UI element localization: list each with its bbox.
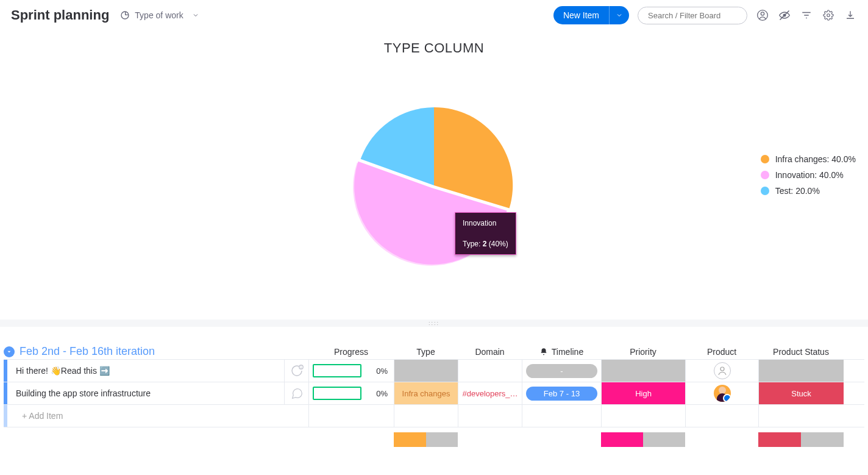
bell-icon	[539, 348, 548, 356]
legend-label: Infra changes: 40.0%	[775, 154, 856, 164]
col-header-domain[interactable]: Domain	[458, 345, 522, 359]
item-name: Building the app store infrastructure	[16, 388, 151, 398]
progress-label: 0%	[376, 366, 388, 376]
group-footer	[4, 432, 864, 447]
board-area: Feb 2nd - Feb 16th iteration Progress Ty…	[0, 327, 868, 447]
view-type-selector[interactable]: Type of work	[120, 10, 199, 20]
chevron-down-icon	[616, 12, 623, 19]
new-item-group: New Item	[553, 6, 629, 24]
legend-dot-icon	[761, 187, 769, 195]
grip-icon: ::::	[429, 320, 439, 326]
item-name-cell[interactable]: Building the app store infrastructure	[4, 382, 308, 404]
group-color-bar	[4, 405, 7, 427]
tooltip-value: Type: 2 (40%)	[463, 240, 508, 248]
add-item-row[interactable]: + Add Item	[4, 404, 864, 427]
progress-cell[interactable]: 0%	[308, 382, 394, 404]
item-name: Hi there! 👋Read this ➡️	[16, 366, 110, 376]
col-header-product-status[interactable]: Product Status	[758, 345, 844, 359]
view-type-label: Type of work	[135, 10, 183, 20]
tag: #developers_…	[462, 389, 518, 398]
filter-icon[interactable]	[800, 9, 813, 22]
status-badge	[602, 360, 685, 382]
col-header-type[interactable]: Type	[394, 345, 458, 359]
avatar-placeholder-icon	[714, 362, 731, 379]
download-icon[interactable]	[844, 9, 857, 22]
priority-cell[interactable]: High	[601, 382, 685, 404]
timeline-pill: -	[526, 364, 597, 378]
legend-dot-icon	[761, 171, 769, 179]
progress-bar	[313, 364, 361, 377]
domain-cell[interactable]: #developers_…	[458, 382, 522, 404]
chat-icon[interactable]	[284, 382, 308, 404]
table-row[interactable]: Hi there! 👋Read this ➡️ 1 0% -	[4, 359, 864, 382]
gear-icon[interactable]	[822, 9, 835, 22]
legend-label: Innovation: 40.0%	[775, 170, 844, 180]
col-header-priority[interactable]: Priority	[601, 345, 685, 359]
svg-point-5	[827, 14, 830, 17]
pie-chart-icon	[120, 10, 130, 20]
type-cell[interactable]	[394, 360, 458, 382]
type-cell[interactable]: Infra changes	[394, 382, 458, 404]
legend-item[interactable]: Infra changes: 40.0%	[761, 154, 856, 164]
tooltip-title: Innovation	[463, 219, 508, 227]
chart-title: TYPE COLUMN	[0, 40, 868, 56]
product-cell[interactable]	[685, 360, 758, 382]
col-header-progress[interactable]: Progress	[308, 345, 394, 359]
progress-bar	[313, 387, 361, 400]
search-input[interactable]	[647, 10, 738, 21]
pie-chart[interactable]: Innovation Type: 2 (40%)	[312, 63, 556, 307]
status-badge	[394, 360, 458, 382]
progress-cell[interactable]: 0%	[308, 360, 394, 382]
chart-area: TYPE COLUMN Innovation Type: 2 (40%)	[0, 30, 868, 320]
legend-label: Test: 20.0%	[775, 186, 820, 196]
status-badge: Infra changes	[394, 382, 458, 404]
type-summary	[394, 432, 458, 447]
status-badge: Stuck	[759, 382, 844, 404]
product-status-cell[interactable]	[758, 360, 844, 382]
board-title: Sprint planning	[11, 7, 109, 23]
product-status-summary	[758, 432, 844, 447]
chart-tooltip: Innovation Type: 2 (40%)	[455, 212, 516, 255]
timeline-pill: Feb 7 - 13	[526, 387, 597, 401]
eye-off-icon[interactable]	[778, 9, 791, 22]
person-icon[interactable]	[756, 9, 769, 22]
status-badge: High	[602, 382, 685, 404]
svg-point-2	[761, 12, 764, 15]
product-cell[interactable]	[685, 382, 758, 404]
product-status-cell[interactable]: Stuck	[758, 382, 844, 404]
priority-cell[interactable]	[601, 360, 685, 382]
status-badge	[759, 360, 844, 382]
new-item-dropdown[interactable]	[609, 6, 629, 24]
domain-cell[interactable]	[458, 360, 522, 382]
col-header-product[interactable]: Product	[685, 345, 758, 359]
item-name-cell[interactable]: Hi there! 👋Read this ➡️ 1	[4, 360, 308, 382]
search-input-wrap[interactable]	[638, 7, 747, 24]
timeline-cell[interactable]: Feb 7 - 13	[522, 382, 601, 404]
board-header: Sprint planning Type of work New Item	[0, 0, 868, 30]
add-item-label: + Add Item	[22, 411, 63, 421]
legend-item[interactable]: Test: 20.0%	[761, 186, 856, 196]
timeline-cell[interactable]: -	[522, 360, 601, 382]
chevron-down-icon	[192, 12, 199, 19]
legend-item[interactable]: Innovation: 40.0%	[761, 170, 856, 180]
table-row[interactable]: Building the app store infrastructure 0%…	[4, 382, 864, 404]
svg-point-8	[720, 367, 724, 371]
priority-summary	[601, 432, 685, 447]
svg-text:1: 1	[300, 365, 302, 369]
col-header-timeline[interactable]: Timeline	[522, 345, 601, 359]
new-item-button[interactable]: New Item	[553, 6, 609, 24]
progress-label: 0%	[376, 389, 388, 398]
split-handle[interactable]: ::::	[0, 320, 868, 327]
chat-icon[interactable]: 1	[284, 360, 308, 382]
legend-dot-icon	[761, 155, 769, 163]
chart-legend: Infra changes: 40.0% Innovation: 40.0% T…	[761, 148, 856, 202]
avatar	[714, 385, 731, 402]
